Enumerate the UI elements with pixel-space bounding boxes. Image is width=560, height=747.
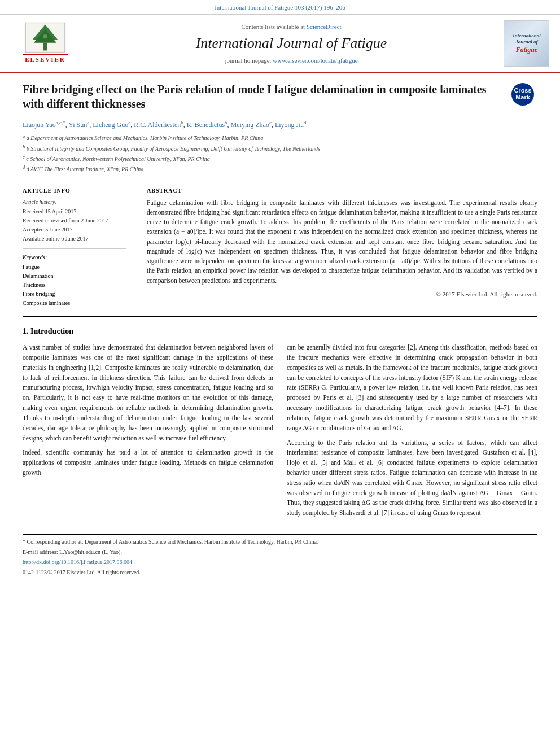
footnote-email: E-mail address: L.Yao@hit.edu.cn (L. Yao… bbox=[23, 548, 537, 556]
keyword-composite-laminates: Composite laminates bbox=[23, 299, 126, 307]
journal-header: ELSEVIER Contents lists available at Sci… bbox=[0, 15, 560, 73]
elsevier-tree-icon bbox=[23, 22, 68, 53]
section1-para3: can be generally divided into four categ… bbox=[287, 343, 537, 433]
science-direct-line: Contents lists available at ScienceDirec… bbox=[79, 23, 504, 31]
affiliations-block: a a Department of Astronautics Science a… bbox=[23, 133, 537, 173]
author-benedictus: R. Benedictus bbox=[187, 121, 225, 129]
author-jia: Liyong Jia bbox=[275, 121, 304, 129]
section-1-introduction: 1. Introduction A vast number of studies… bbox=[23, 325, 537, 523]
abstract-column: ABSTRACT Fatigue delamination with fibre… bbox=[147, 187, 537, 308]
svg-text:Mark: Mark bbox=[515, 94, 531, 101]
author-yao: Liaojun Yao bbox=[23, 121, 56, 129]
homepage-label: journal homepage: bbox=[225, 57, 271, 64]
received-date: Received 15 April 2017 bbox=[23, 208, 126, 216]
section1-col-left: A vast number of studies have demonstrat… bbox=[23, 343, 273, 523]
contents-label: Contents lists available at bbox=[241, 23, 305, 30]
journal-ref-text: International Journal of Fatigue 103 (20… bbox=[215, 4, 345, 11]
abstract-text: Fatigue delamination with fibre bridging… bbox=[147, 198, 537, 286]
keywords-label: Keywords: bbox=[23, 254, 126, 261]
crossmark-badge[interactable]: Cross Mark bbox=[510, 82, 537, 110]
crossmark-icon: Cross Mark bbox=[510, 82, 535, 107]
section1-body: A vast number of studies have demonstrat… bbox=[23, 343, 537, 523]
svg-text:Cross: Cross bbox=[514, 87, 531, 94]
thumb-journal-name: International Journal of bbox=[506, 33, 547, 45]
article-info-heading: ARTICLE INFO bbox=[23, 187, 126, 195]
author-zhao: Meiying Zhao bbox=[231, 121, 269, 129]
elsevier-label: ELSEVIER bbox=[23, 54, 68, 65]
science-direct-link[interactable]: ScienceDirect bbox=[307, 23, 342, 30]
journal-reference-bar: International Journal of Fatigue 103 (20… bbox=[0, 0, 560, 15]
history-label: Article history: bbox=[23, 198, 126, 206]
info-divider bbox=[23, 248, 126, 249]
section-divider bbox=[23, 316, 537, 317]
section1-para2: Indeed, scientific community has paid a … bbox=[23, 448, 273, 478]
elsevier-logo: ELSEVIER bbox=[11, 22, 79, 65]
elsevier-logo-block: ELSEVIER bbox=[11, 22, 79, 65]
footnote-corresponding: * Corresponding author at: Department of… bbox=[23, 538, 537, 546]
received-revised-date: Received in revised form 2 June 2017 bbox=[23, 217, 126, 225]
author-sun: Yi Sun bbox=[68, 121, 87, 129]
journal-thumb-image: International Journal of Fatigue bbox=[504, 21, 549, 66]
journal-homepage: journal homepage: www.elsevier.com/locat… bbox=[79, 56, 504, 65]
affiliation-b: b b Structural Integrity and Composites … bbox=[23, 144, 537, 153]
affiliation-a: a a Department of Astronautics Science a… bbox=[23, 133, 537, 142]
journal-thumbnail: International Journal of Fatigue bbox=[504, 20, 549, 67]
article-container: Fibre bridging effect on the Paris relat… bbox=[0, 73, 560, 587]
author-guo: Licheng Guo bbox=[93, 121, 128, 129]
available-date: Available online 6 June 2017 bbox=[23, 235, 126, 243]
keywords-section: Keywords: Fatigue Delamination Thickness… bbox=[23, 254, 126, 307]
article-info-column: ARTICLE INFO Article history: Received 1… bbox=[23, 187, 135, 308]
section1-col-right: can be generally divided into four categ… bbox=[287, 343, 537, 523]
article-title: Fibre bridging effect on the Paris relat… bbox=[23, 82, 505, 111]
journal-title-block: Contents lists available at ScienceDirec… bbox=[79, 23, 504, 65]
abstract-paragraph: Fatigue delamination with fibre bridging… bbox=[147, 198, 537, 286]
footnote-issn: 0142-1123/© 2017 Elsevier Ltd. All right… bbox=[23, 569, 537, 576]
authors-line: Liaojun Yaoa,c,*, Yi Suna, Licheng Guoa,… bbox=[23, 119, 537, 130]
journal-main-title: International Journal of Fatigue bbox=[79, 33, 504, 54]
homepage-url: www.elsevier.com/locate/ijfatigue bbox=[273, 57, 357, 64]
doi-link[interactable]: http://dx.doi.org/10.1016/j.ijfatigue.20… bbox=[23, 559, 132, 565]
article-title-section: Fibre bridging effect on the Paris relat… bbox=[23, 82, 537, 115]
article-info-abstract-section: ARTICLE INFO Article history: Received 1… bbox=[23, 181, 537, 308]
article-history: Article history: Received 15 April 2017 … bbox=[23, 198, 126, 243]
keyword-fatigue: Fatigue bbox=[23, 263, 126, 271]
abstract-heading: ABSTRACT bbox=[147, 187, 537, 195]
section1-para4: According to the Paris relation ant its … bbox=[287, 438, 537, 519]
affiliation-d: d d AVIC The First Aircraft Institute, X… bbox=[23, 164, 537, 173]
svg-rect-1 bbox=[43, 43, 47, 51]
footnote-doi: http://dx.doi.org/10.1016/j.ijfatigue.20… bbox=[23, 558, 537, 566]
section1-heading: 1. Introduction bbox=[23, 325, 537, 338]
author-alderliesten: R.C. Alderliesten bbox=[134, 121, 181, 129]
keyword-fibre-bridging: Fibre bridging bbox=[23, 290, 126, 298]
affiliation-c: c c School of Aeronautics, Northwestern … bbox=[23, 154, 537, 163]
svg-point-4 bbox=[43, 34, 47, 38]
keyword-delamination: Delamination bbox=[23, 272, 126, 280]
thumb-fatigue-word: Fatigue bbox=[516, 45, 538, 55]
section1-para1: A vast number of studies have demonstrat… bbox=[23, 343, 273, 443]
copyright-notice: © 2017 Elsevier Ltd. All rights reserved… bbox=[147, 290, 537, 299]
footnotes-section: * Corresponding author at: Department of… bbox=[23, 534, 537, 576]
keyword-thickness: Thickness bbox=[23, 281, 126, 289]
accepted-date: Accepted 5 June 2017 bbox=[23, 226, 126, 234]
